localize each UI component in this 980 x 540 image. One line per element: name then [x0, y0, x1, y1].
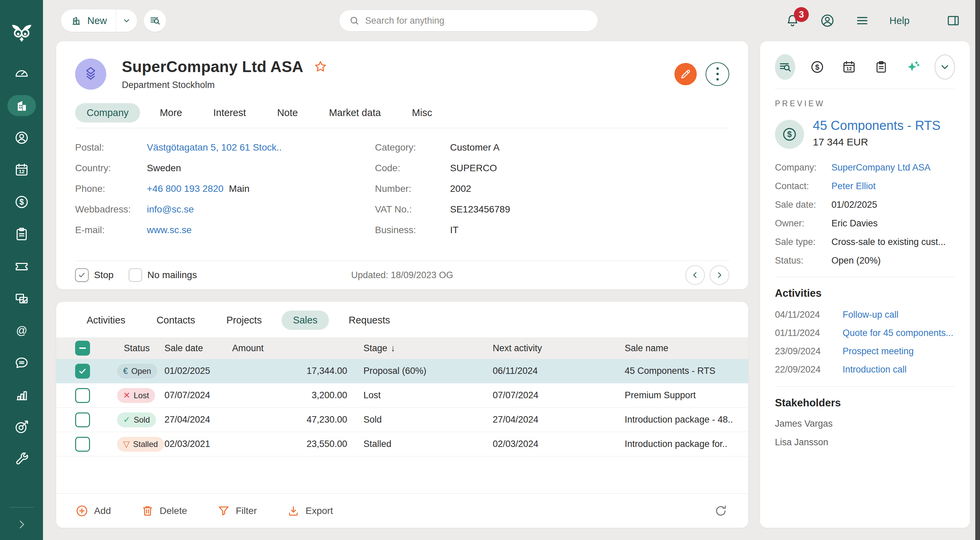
- collapse-panel-button[interactable]: [935, 54, 955, 79]
- activity-link[interactable]: Quote for 45 components...: [843, 328, 953, 338]
- stop-checkbox[interactable]: [75, 268, 89, 282]
- column-header-stage[interactable]: Stage ↓: [347, 343, 493, 354]
- sidebar-item-selections[interactable]: [8, 288, 36, 309]
- tab-misc[interactable]: Misc: [400, 103, 444, 122]
- edit-button[interactable]: [675, 63, 697, 85]
- window-scrollbar[interactable]: [975, 0, 980, 540]
- webaddress-link[interactable]: info@sc.se: [147, 204, 194, 215]
- stakeholders-heading: Stakeholders: [775, 397, 955, 409]
- help-link[interactable]: Help: [889, 15, 910, 26]
- sidebar-item-settings[interactable]: [8, 449, 36, 470]
- contact-link[interactable]: Peter Elliot: [832, 181, 876, 192]
- phone-link[interactable]: +46 800 193 2820: [147, 183, 224, 195]
- preview-sale-title-link[interactable]: 45 Components - RTS: [813, 118, 940, 133]
- sales-panel: Activities Contacts Projects Sales Reque…: [56, 302, 748, 528]
- activity-link[interactable]: Follow-up call: [843, 310, 899, 320]
- preview-tab-notes[interactable]: [871, 54, 891, 80]
- select-all-checkbox[interactable]: [75, 341, 90, 356]
- sale-row-2[interactable]: ✕Lost 07/07/2024 3,200.00 Lost 07/07/202…: [56, 383, 748, 408]
- sidebar-item-diary[interactable]: 12: [8, 159, 36, 180]
- search-input[interactable]: [365, 16, 588, 26]
- email-link[interactable]: www.sc.se: [147, 224, 191, 236]
- plus-circle-icon: [75, 504, 89, 518]
- row-checkbox[interactable]: [75, 388, 90, 403]
- sale-row-1[interactable]: €Open 01/02/2025 17,344.00 Proposal (60%…: [56, 359, 748, 383]
- tab-more[interactable]: More: [148, 103, 194, 122]
- company-link[interactable]: SuperCompany Ltd ASA: [832, 162, 931, 173]
- new-button[interactable]: New: [61, 10, 137, 32]
- global-search[interactable]: [339, 10, 598, 31]
- column-header-sale-name[interactable]: Sale name: [625, 343, 748, 354]
- filter-button[interactable]: Filter: [217, 504, 257, 518]
- sidebar-expand-button[interactable]: [15, 518, 29, 531]
- previous-record-button[interactable]: [685, 265, 705, 285]
- sidebar-item-requests[interactable]: [8, 256, 36, 277]
- sidebar-item-marketing[interactable]: [8, 416, 36, 437]
- sidebar-item-chat[interactable]: [8, 352, 36, 373]
- tab-projects[interactable]: Projects: [215, 311, 274, 330]
- refresh-button[interactable]: [714, 504, 728, 518]
- tab-contacts[interactable]: Contacts: [145, 311, 207, 330]
- chevron-right-icon: [715, 270, 724, 280]
- preview-tab-ai[interactable]: [903, 54, 923, 80]
- profile-button[interactable]: [819, 13, 835, 29]
- new-dropdown-button[interactable]: [116, 10, 137, 32]
- ticket-icon: [14, 259, 29, 274]
- company-card: SuperCompany Ltd ASA Department Stockhol…: [56, 41, 748, 289]
- sidebar-item-mailings[interactable]: @: [8, 320, 36, 341]
- preview-label: PREVIEW: [775, 99, 955, 108]
- divider: [775, 277, 955, 277]
- sale-row-4[interactable]: ▽Stalled 02/03/2021 23,550.00 Stalled 02…: [56, 432, 748, 456]
- menu-button[interactable]: [855, 13, 870, 28]
- sidebar-item-projects[interactable]: [8, 224, 36, 245]
- sidebar-item-sales[interactable]: $: [8, 192, 36, 213]
- activity-link[interactable]: Prospect meeting: [843, 346, 914, 357]
- sale-row-3[interactable]: ✓Sold 27/04/2024 47,230.00 Sold 27/04/20…: [56, 408, 748, 432]
- tab-company[interactable]: Company: [75, 103, 140, 122]
- svg-text:$: $: [787, 130, 792, 139]
- column-header-amount[interactable]: Amount: [232, 343, 347, 354]
- next-record-button[interactable]: [710, 265, 729, 285]
- column-header-next-activity[interactable]: Next activity: [493, 343, 625, 354]
- sidebar-item-contacts[interactable]: [8, 127, 36, 148]
- tab-note[interactable]: Note: [266, 103, 309, 122]
- delete-button[interactable]: Delete: [141, 504, 187, 518]
- sidebar-item-dashboard[interactable]: [8, 63, 36, 84]
- person-circle-icon: [14, 130, 29, 146]
- field-business: Business: IT: [375, 224, 510, 236]
- column-header-status[interactable]: Status: [117, 343, 164, 354]
- status-badge-open: €Open: [117, 364, 158, 379]
- tab-sales[interactable]: Sales: [282, 311, 329, 330]
- sidebar-item-company[interactable]: [8, 95, 36, 116]
- chat-bubble-icon: [14, 355, 29, 370]
- wrench-icon: [14, 451, 29, 467]
- column-header-sale-date[interactable]: Sale date: [164, 343, 232, 354]
- tab-requests[interactable]: Requests: [337, 311, 402, 330]
- sidebar-item-reports[interactable]: [8, 384, 36, 405]
- row-checkbox[interactable]: [75, 364, 90, 379]
- favorite-star-icon[interactable]: [313, 60, 328, 74]
- preview-tab-details[interactable]: [775, 54, 795, 80]
- field-webaddress: Webbadress: info@sc.se: [75, 204, 375, 215]
- tab-activities[interactable]: Activities: [75, 311, 137, 330]
- preview-tab-sale[interactable]: $: [807, 54, 827, 80]
- notifications-button[interactable]: 3: [785, 13, 800, 28]
- building-icon: [14, 98, 29, 113]
- export-button[interactable]: Export: [286, 504, 333, 518]
- preview-tab-calendar[interactable]: 12: [839, 54, 859, 80]
- svg-text:12: 12: [846, 66, 852, 71]
- side-panel-toggle-button[interactable]: [946, 14, 960, 28]
- status-badge-sold: ✓Sold: [117, 413, 156, 427]
- activity-link[interactable]: Introduction call: [843, 364, 907, 375]
- row-checkbox[interactable]: [75, 437, 90, 452]
- row-checkbox[interactable]: [75, 413, 90, 427]
- tab-market-data[interactable]: Market data: [317, 103, 392, 122]
- divider: [775, 386, 955, 387]
- no-mailings-checkbox[interactable]: [129, 268, 142, 282]
- sales-toolbar: Add Delete Filter Export: [56, 493, 748, 528]
- add-button[interactable]: Add: [75, 504, 111, 518]
- more-actions-button[interactable]: [706, 62, 729, 86]
- tab-interest[interactable]: Interest: [202, 103, 258, 122]
- find-button[interactable]: [144, 10, 166, 32]
- postal-link[interactable]: Västgötagatan 5, 102 61 Stock..: [147, 142, 282, 153]
